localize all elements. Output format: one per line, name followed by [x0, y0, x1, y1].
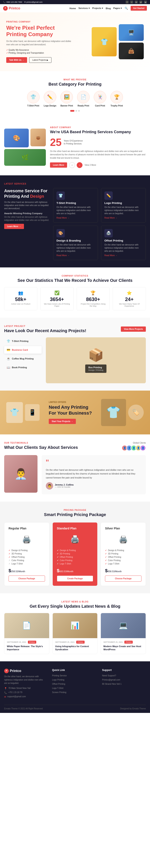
hero-images: 👕 🖥️ 👜: [92, 24, 144, 59]
about-image-row-1: 🎨 👜: [4, 129, 46, 147]
category-logo[interactable]: ✏️ Logo Design: [44, 91, 57, 107]
tab-book[interactable]: 📖 Book Printing: [4, 364, 42, 371]
services-label: Latest Services: [4, 183, 146, 185]
dot-1[interactable]: [70, 110, 74, 112]
dot-3[interactable]: [78, 110, 80, 112]
footer-link-3[interactable]: Offset Printing: [52, 682, 96, 685]
footer-link-1[interactable]: Printing Service: [52, 674, 96, 677]
category-trophy[interactable]: 🏆 Trophy Print: [110, 91, 123, 107]
nav-pages[interactable]: Pages ▾: [113, 7, 122, 9]
hero-cta-button[interactable]: Talk With Us →: [6, 57, 27, 63]
about-image-bag: 👜: [30, 129, 46, 146]
about-buttons: Learn More ‹ › View 2 More: [50, 162, 146, 168]
footer-brand: P Printco On the other hand, we denounce…: [4, 669, 46, 700]
services-learn-button[interactable]: Learn More →: [4, 224, 24, 229]
blog-post-1[interactable]: 📄 SEPTEMBER 25, 2021 Printco White Paper…: [4, 613, 49, 654]
logo[interactable]: P Printco: [3, 6, 20, 11]
carousel-dots: [4, 110, 146, 112]
service-logo-icon: ✏️: [104, 191, 113, 200]
blog-post-2-category: Printco: [76, 641, 84, 644]
hero-tshirt-image: 👕: [92, 27, 117, 56]
blog-post-1-image: 📄: [4, 613, 49, 638]
service-item-offset: 🖨️ Offset Printing On the other hand we …: [101, 226, 146, 260]
pricing-regular-button[interactable]: Choose Package: [8, 576, 45, 582]
stats-title: See Our Statistics That We Record To Ach…: [4, 278, 146, 283]
about-next-button[interactable]: ›: [77, 162, 82, 168]
pricing-regular-features: ✓ Design & Printing ✓ 3D Printing ✓ Offs…: [8, 549, 45, 565]
services-featured-desc: On the other hand we denounce with right…: [4, 200, 50, 210]
stat-competition: 🏆 8630+ Project the Competition Along th…: [77, 287, 110, 310]
footer-link-5[interactable]: Screen Printing: [52, 691, 96, 694]
footer-link-4[interactable]: Logo T-Shirt: [52, 687, 96, 689]
linkedin-icon[interactable]: in: [135, 1, 138, 4]
service-design-icon: 🎨: [57, 229, 65, 237]
pricing-silver-button[interactable]: Choose Package: [105, 576, 142, 582]
category-card[interactable]: 🃏 Card Print: [94, 91, 106, 107]
search-button[interactable]: 🔍: [124, 6, 128, 10]
nav-home[interactable]: Home: [70, 7, 76, 9]
service-tshirt-title: T-Shirt Printing: [57, 202, 95, 205]
nav-projects[interactable]: Projects ▾: [92, 7, 103, 9]
cta-product-shirt: 👕: [6, 402, 23, 423]
footer-link-2[interactable]: Logo Printing: [52, 678, 96, 681]
dot-2[interactable]: [75, 110, 77, 112]
about-prev-button[interactable]: ‹: [69, 162, 75, 168]
footer-address-icon: 📍: [4, 687, 7, 690]
footer-copyright: Envato Theme © 2021 All Right Reserved: [4, 708, 43, 710]
pricing-regular-price: $258.53/Month: [8, 568, 45, 574]
topbar-social: f t in yt ig: [126, 1, 147, 4]
footer-phone: 📞 +70 1 15 10 70: [4, 691, 46, 694]
topbar: 📞 +880 123 456 7890 ✉ printco@gmail.com …: [0, 0, 150, 4]
footer-support-3: 80 Strand Hew Veil 1: [102, 682, 146, 685]
category-banner[interactable]: 🖼️ Banner Print: [61, 91, 73, 107]
pricing-standard-button[interactable]: Create Package: [57, 576, 93, 582]
pricing-silver-features: ✓ Design & Printing ✓ 3D Printing ✓ Offs…: [105, 549, 142, 565]
service-tshirt-readmore[interactable]: Read More →: [57, 217, 69, 219]
client-avatars: 👤 👤 👤 👤 👤: [123, 445, 146, 451]
project-display: 📦 Box Printing Design / Printing: [46, 337, 146, 383]
category-banner-label: Banner Print: [61, 104, 73, 107]
projects-label: Latest Project: [4, 325, 86, 327]
service-logo-readmore[interactable]: Read More →: [104, 217, 117, 219]
hero-features: Quality We Assurance Printing, Designing…: [6, 49, 73, 54]
hero-title: We're Pixel Perfect Printing Company: [6, 25, 73, 38]
services-section: Latest Services Awesome Service For Prin…: [0, 175, 150, 268]
footer-logo[interactable]: P Printco: [4, 669, 46, 673]
services-featured: Awesome Service For Printing And Design …: [4, 188, 50, 260]
pricing-regular: Regular Plan 🖨️ ✓ Design & Printing ✓ 3D…: [4, 522, 49, 586]
tab-business-card[interactable]: 💳 Business Card: [4, 346, 42, 353]
footer-support-1[interactable]: Need Support?: [102, 674, 146, 677]
service-offset-readmore[interactable]: Read More →: [104, 254, 117, 256]
facebook-icon[interactable]: f: [126, 1, 128, 4]
instagram-icon[interactable]: ig: [144, 1, 147, 4]
tab-tshirt-label: T-Shirt Printing: [12, 340, 28, 342]
category-banner-icon: 🖼️: [61, 91, 73, 103]
youtube-icon[interactable]: yt: [139, 1, 142, 4]
blog-header: Latest News & Blog Get Every Single Upda…: [4, 600, 146, 609]
nav-services[interactable]: Services ▾: [78, 7, 89, 9]
projects-view-more-button[interactable]: View More Projects: [121, 327, 146, 332]
cta-button[interactable]: Start Your Projects →: [49, 419, 76, 424]
tab-book-icon: 📖: [7, 366, 10, 369]
twitter-icon[interactable]: t: [130, 1, 133, 4]
blog-post-2[interactable]: 📊 SEPTEMBER 25, 2021 Printco Using Infog…: [52, 613, 98, 654]
about-view-count[interactable]: View 2 More: [84, 164, 96, 166]
blog-post-3[interactable]: 💻 SEPTEMBER 25, 2021 Printco Modern Ways…: [101, 613, 146, 654]
nav-blog[interactable]: Blog: [106, 7, 111, 9]
service-design-readmore[interactable]: Read More →: [57, 254, 69, 256]
service-offset-desc: On the other hand we denounce with right…: [104, 243, 143, 253]
about-nav: ‹ ›: [69, 162, 82, 168]
hero-feature-2: Printing, Designing and Transportation: [6, 52, 73, 54]
blog-section: Latest News & Blog Get Every Single Upda…: [0, 593, 150, 661]
about-learn-button[interactable]: Learn More: [50, 162, 67, 167]
get-started-button[interactable]: Get Started: [130, 6, 147, 11]
category-tshirt[interactable]: 👕 T-Shirt Print: [27, 91, 40, 107]
tab-coffee-mug[interactable]: ☕ Coffee Mug Printing: [4, 355, 42, 363]
topbar-phone: 📞 +880 123 456 7890: [3, 1, 22, 3]
cta-section: 👕 📱 Limited Offers Need Any Printing For…: [0, 391, 150, 434]
hero-projects-button[interactable]: Latest Projects ▶: [29, 57, 51, 63]
service-offset-icon: 🖨️: [104, 229, 113, 237]
category-ready[interactable]: 📄 Ready Print: [77, 91, 89, 107]
testimonial-author: 👨 Jeremy J. Collins — CEO & Founder: [46, 482, 142, 490]
tab-tshirt[interactable]: 👕 T-Shirt Printing: [4, 337, 42, 345]
